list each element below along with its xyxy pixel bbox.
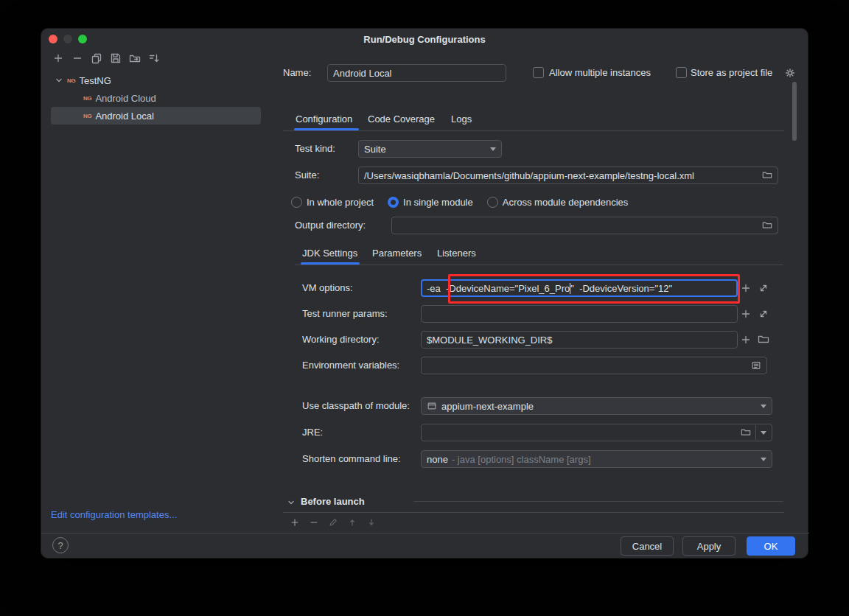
ok-button[interactable]: OK	[747, 536, 795, 556]
scrollbar-thumb[interactable]	[792, 82, 797, 141]
vm-options-value-before-caret: -ea -DdeviceName="Pixel_6_Pro	[427, 283, 570, 294]
dialog-titlebar: Run/Debug Configurations	[41, 29, 808, 49]
before-launch-list-border	[283, 512, 784, 513]
edit-task-icon[interactable]	[328, 517, 338, 528]
classpath-module-dropdown[interactable]: appium-next-example	[421, 397, 772, 415]
tab-jdk-settings[interactable]: JDK Settings	[302, 245, 357, 262]
tree-item-android-local[interactable]: NG Android Local	[41, 107, 271, 125]
chevron-down-icon[interactable]	[55, 76, 63, 85]
radio-in-single-module[interactable]: In single module	[388, 197, 473, 208]
radio-label: In whole project	[307, 197, 374, 208]
dialog-title: Run/Debug Configurations	[41, 34, 808, 45]
test-kind-label: Test kind:	[295, 140, 335, 158]
sort-configurations-icon[interactable]	[148, 52, 160, 64]
remove-task-icon[interactable]	[309, 517, 319, 528]
testng-icon: NG	[67, 77, 75, 84]
tree-item-testng[interactable]: NG TestNG	[41, 71, 271, 89]
add-task-icon[interactable]	[290, 517, 300, 528]
add-configuration-icon[interactable]	[52, 52, 64, 64]
cancel-button[interactable]: Cancel	[621, 536, 674, 556]
allow-multiple-instances-checkbox[interactable]	[533, 67, 544, 78]
module-icon	[427, 401, 437, 411]
name-label: Name:	[283, 64, 311, 82]
chevron-down-icon[interactable]	[761, 431, 766, 435]
subtabs-separator	[295, 265, 783, 265]
tab-listeners[interactable]: Listeners	[437, 245, 476, 262]
configurations-toolbar	[52, 52, 160, 64]
working-directory-label: Working directory:	[302, 331, 380, 349]
add-icon[interactable]	[740, 334, 752, 346]
vm-options-input[interactable]: -ea -DdeviceName="Pixel_6_Pro " -Ddevice…	[421, 279, 738, 297]
expand-field-icon[interactable]	[758, 282, 769, 294]
radio-label: Across module dependencies	[503, 197, 629, 208]
radio-circle[interactable]	[487, 197, 498, 208]
test-kind-dropdown[interactable]: Suite	[358, 140, 502, 158]
edit-configuration-templates-link[interactable]: Edit configuration templates...	[51, 508, 177, 522]
suite-input[interactable]: /Users/wasiqbhamla/Documents/github/appi…	[358, 167, 778, 184]
working-directory-input[interactable]: $MODULE_WORKING_DIR$	[421, 331, 738, 349]
classpath-module-label: Use classpath of module:	[302, 397, 410, 415]
tree-item-label: Android Local	[95, 111, 154, 122]
move-up-icon[interactable]	[347, 517, 357, 528]
tree-item-android-cloud[interactable]: NG Android Cloud	[41, 89, 271, 107]
shorten-command-line-dropdown[interactable]: none - java [options] className [args]	[421, 450, 772, 468]
radio-circle[interactable]	[291, 197, 302, 208]
expand-field-icon[interactable]	[758, 308, 769, 320]
name-value: Android Local	[333, 68, 392, 79]
move-to-folder-icon[interactable]	[129, 52, 141, 64]
output-directory-input[interactable]	[391, 217, 778, 234]
run-debug-configurations-dialog: Run/Debug Configurations NG TestNG NG An…	[41, 28, 808, 559]
browse-folder-icon[interactable]	[762, 220, 772, 231]
browse-list-icon[interactable]	[751, 360, 761, 371]
before-launch-separator	[413, 501, 783, 502]
name-input[interactable]: Android Local	[327, 64, 506, 82]
footer-separator	[41, 533, 809, 533]
apply-button[interactable]: Apply	[682, 536, 736, 556]
browse-folder-icon[interactable]	[741, 427, 751, 438]
browse-folder-icon[interactable]	[762, 170, 772, 181]
shorten-command-line-label: Shorten command line:	[302, 450, 401, 468]
test-runner-params-label: Test runner params:	[302, 305, 388, 323]
browse-folder-icon[interactable]	[758, 334, 769, 346]
store-as-project-file-label: Store as project file	[691, 64, 772, 82]
radio-in-whole-project[interactable]: In whole project	[291, 197, 374, 208]
radio-across-module-dependencies[interactable]: Across module dependencies	[487, 197, 629, 208]
working-directory-value: $MODULE_WORKING_DIR$	[427, 335, 552, 346]
save-configuration-icon[interactable]	[110, 52, 122, 64]
remove-configuration-icon[interactable]	[71, 52, 83, 64]
classpath-module-value: appium-next-example	[441, 401, 534, 412]
combo-divider	[755, 425, 756, 440]
jre-combo[interactable]	[421, 424, 772, 441]
tab-parameters[interactable]: Parameters	[372, 245, 422, 262]
add-icon[interactable]	[740, 308, 752, 320]
copy-configuration-icon[interactable]	[91, 52, 102, 64]
vm-options-label: VM options:	[302, 279, 353, 297]
before-launch-toolbar	[290, 517, 377, 528]
vm-options-value-after-caret: " -DdeviceVersion="12"	[570, 283, 672, 294]
suite-label: Suite:	[295, 167, 319, 184]
move-down-icon[interactable]	[366, 517, 377, 528]
tree-item-label: TestNG	[79, 75, 111, 86]
radio-label: In single module	[403, 197, 473, 208]
test-runner-params-input[interactable]	[421, 305, 738, 323]
jre-label: JRE:	[302, 424, 323, 441]
gear-icon[interactable]	[784, 67, 796, 79]
shorten-command-line-value: none	[427, 454, 448, 465]
help-button[interactable]: ?	[52, 537, 69, 553]
tab-configuration[interactable]: Configuration	[296, 111, 352, 127]
chevron-down-icon	[490, 147, 496, 151]
add-icon[interactable]	[740, 282, 752, 294]
tree-item-label: Android Cloud	[95, 93, 156, 104]
tab-logs[interactable]: Logs	[451, 111, 472, 127]
shorten-command-line-hint: - java [options] className [args]	[452, 454, 591, 465]
suite-value: /Users/wasiqbhamla/Documents/github/appi…	[364, 170, 694, 181]
store-as-project-file-checkbox[interactable]	[676, 67, 687, 78]
scope-radio-group: In whole project In single module Across…	[291, 197, 628, 208]
environment-variables-input[interactable]	[421, 357, 767, 374]
tab-code-coverage[interactable]: Code Coverage	[368, 111, 435, 127]
chevron-down-icon[interactable]	[287, 498, 296, 507]
radio-circle-selected[interactable]	[388, 197, 399, 208]
allow-multiple-instances-label: Allow multiple instances	[549, 64, 651, 82]
before-launch-title[interactable]: Before launch	[301, 496, 365, 508]
testng-icon: NG	[83, 113, 91, 119]
